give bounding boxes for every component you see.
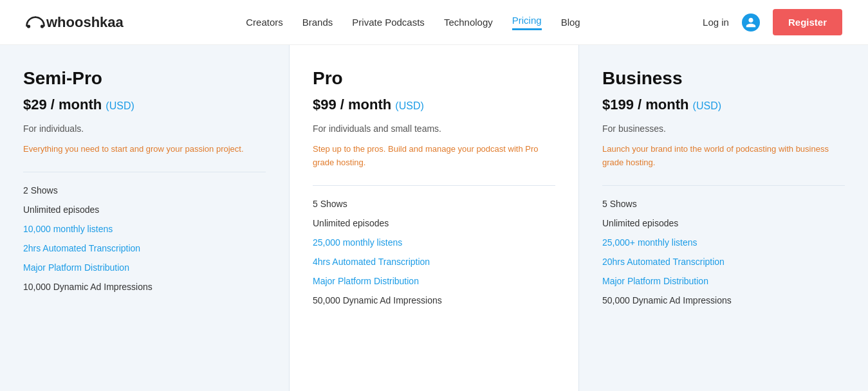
nav-technology[interactable]: Technology [444, 17, 493, 28]
feature-list: 5 ShowsUnlimited episodes25,000+ monthly… [602, 199, 845, 305]
feature-item: Unlimited episodes [602, 218, 845, 228]
feature-item: Unlimited episodes [23, 205, 266, 215]
plan-card-business: Business $199 / month (USD) For business… [579, 45, 868, 391]
login-link[interactable]: Log in [703, 17, 729, 28]
feature-item: 2hrs Automated Transcription [23, 243, 266, 253]
plan-price: $199 / month (USD) [602, 96, 845, 113]
feature-list: 5 ShowsUnlimited episodes25,000 monthly … [313, 199, 555, 305]
pricing-section: Semi-Pro $29 / month (USD) For individua… [0, 45, 868, 391]
feature-item: Major Platform Distribution [313, 276, 555, 286]
feature-item: 5 Shows [313, 199, 555, 209]
logo-icon [26, 16, 45, 29]
feature-item: 50,000 Dynamic Ad Impressions [313, 295, 555, 305]
plan-price: $99 / month (USD) [313, 96, 555, 113]
plan-description: Launch your brand into the world of podc… [602, 143, 845, 170]
main-nav: Creators Brands Private Podcasts Technol… [246, 15, 580, 30]
plan-description: Everything you need to start and grow yo… [23, 143, 266, 156]
feature-item: 4hrs Automated Transcription [313, 257, 555, 267]
feature-item: Major Platform Distribution [602, 276, 845, 286]
plan-card-semi-pro: Semi-Pro $29 / month (USD) For individua… [0, 45, 290, 391]
plan-audience: For businesses. [602, 123, 845, 134]
feature-item: 10,000 monthly listens [23, 224, 266, 234]
plan-name: Pro [313, 68, 555, 89]
logo[interactable]: whooshkaa [26, 14, 124, 31]
feature-item: 10,000 Dynamic Ad Impressions [23, 282, 266, 292]
register-button[interactable]: Register [773, 9, 842, 35]
plan-card-pro: Pro $99 / month (USD) For individuals an… [290, 45, 579, 391]
nav-brands[interactable]: Brands [302, 17, 333, 28]
plan-name: Business [602, 68, 845, 89]
svg-point-0 [27, 24, 30, 28]
plan-description: Step up to the pros. Build and manage yo… [313, 143, 555, 170]
nav-private-podcasts[interactable]: Private Podcasts [352, 17, 425, 28]
plan-audience: For individuals and small teams. [313, 123, 555, 134]
user-avatar-icon[interactable] [742, 14, 760, 32]
divider [602, 185, 845, 186]
divider [23, 172, 266, 172]
feature-item: 20hrs Automated Transcription [602, 257, 845, 267]
feature-item: 5 Shows [602, 199, 845, 209]
plan-price: $29 / month (USD) [23, 96, 266, 113]
nav-right: Log in Register [703, 9, 842, 35]
plan-audience: For individuals. [23, 123, 266, 134]
feature-list: 2 ShowsUnlimited episodes10,000 monthly … [23, 185, 266, 292]
divider [313, 185, 555, 186]
feature-item: Major Platform Distribution [23, 262, 266, 273]
nav-creators[interactable]: Creators [246, 17, 283, 28]
nav-pricing[interactable]: Pricing [512, 15, 542, 30]
plan-name: Semi-Pro [23, 68, 266, 89]
feature-item: 2 Shows [23, 185, 266, 196]
feature-item: 25,000+ monthly listens [602, 237, 845, 248]
nav-blog[interactable]: Blog [561, 17, 580, 28]
logo-text: whooshkaa [46, 14, 124, 31]
site-header: whooshkaa Creators Brands Private Podcas… [0, 0, 868, 45]
svg-point-1 [41, 24, 44, 28]
feature-item: Unlimited episodes [313, 218, 555, 228]
feature-item: 50,000 Dynamic Ad Impressions [602, 295, 845, 305]
feature-item: 25,000 monthly listens [313, 237, 555, 248]
